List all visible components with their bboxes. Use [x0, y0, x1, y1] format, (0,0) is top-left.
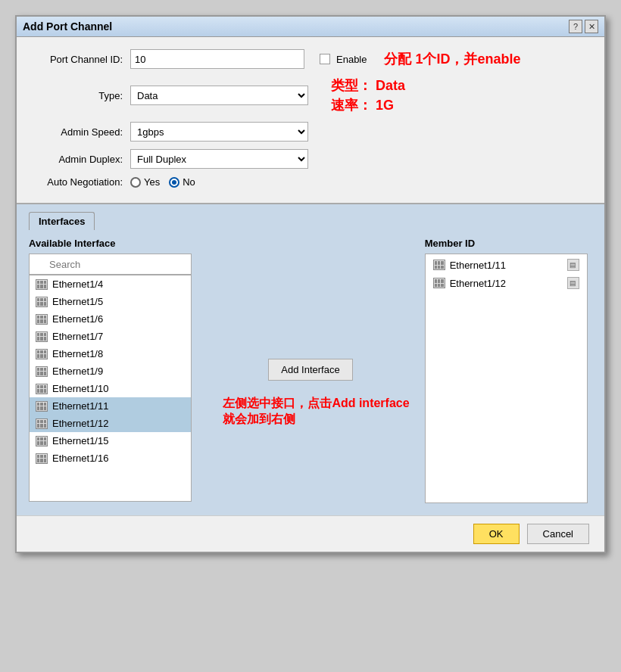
search-wrapper: 🔍	[29, 254, 192, 275]
ok-button[interactable]: OK	[473, 524, 520, 544]
delete-member-icon[interactable]: ▤	[567, 259, 579, 271]
interface-icon	[433, 278, 445, 288]
list-item[interactable]: Ethernet1/6	[30, 310, 191, 328]
list-item[interactable]: Ethernet1/8	[30, 345, 191, 362]
list-item[interactable]: Ethernet1/16	[30, 450, 191, 467]
dialog-titlebar: Add Port Channel ? ✕	[17, 17, 604, 37]
interface-icon	[36, 401, 48, 412]
list-item[interactable]: Ethernet1/12	[30, 415, 191, 432]
auto-negotiation-row: Auto Negotiation: Yes No	[32, 176, 589, 188]
interface-icon	[36, 314, 48, 325]
add-port-channel-dialog: Add Port Channel ? ✕ Port Channel ID: En…	[15, 15, 606, 553]
interface-icon	[433, 260, 445, 270]
annotation-type: 类型： Data	[331, 76, 405, 95]
list-item[interactable]: Ethernet1/4	[30, 275, 191, 293]
member-id-section: Member ID Ethernet1/11 ▤	[425, 238, 592, 503]
member-item: Ethernet1/12 ▤	[427, 274, 585, 292]
interface-icon	[36, 349, 48, 359]
middle-section: Add Interface 左侧选中接口，点击Add interface 就会加…	[211, 238, 409, 428]
dialog-title: Add Port Channel	[23, 20, 112, 33]
auto-negotiation-radios: Yes No	[130, 176, 195, 188]
type-label: Type:	[32, 90, 130, 101]
cancel-button[interactable]: Cancel	[527, 524, 589, 544]
enable-row: Enable 分配 1个ID，并enable	[320, 50, 521, 68]
dialog-form-area: Port Channel ID: Enable 分配 1个ID，并enable …	[17, 37, 604, 203]
admin-duplex-select[interactable]: Full Duplex Half Duplex Auto	[130, 149, 308, 169]
help-button[interactable]: ?	[569, 20, 582, 33]
interface-icon	[36, 418, 48, 429]
list-item[interactable]: Ethernet1/7	[30, 328, 191, 345]
auto-neg-yes-label: Yes	[144, 176, 160, 188]
interface-icon	[36, 366, 48, 377]
auto-neg-yes-radio[interactable]	[130, 177, 141, 188]
interface-icon	[36, 279, 48, 290]
admin-speed-select[interactable]: 1gbps 10gbps Auto	[130, 122, 308, 142]
available-interface-list[interactable]: Ethernet1/4 Ethernet1/5	[29, 275, 192, 502]
add-interface-button[interactable]: Add Interface	[268, 359, 352, 381]
enable-checkbox[interactable]	[320, 54, 330, 64]
dialog-footer: OK Cancel	[17, 515, 604, 552]
dialog-controls: ? ✕	[569, 20, 598, 33]
port-channel-id-row: Port Channel ID: Enable 分配 1个ID，并enable	[32, 49, 589, 69]
interface-icon	[36, 297, 48, 307]
annotation-speed: 速率： 1G	[331, 96, 405, 114]
close-button[interactable]: ✕	[585, 20, 598, 33]
interfaces-body: Available Interface 🔍 Ethernet1/4	[29, 238, 592, 503]
interface-icon	[36, 453, 48, 464]
interfaces-tab[interactable]: Interfaces	[29, 212, 95, 230]
delete-member-icon[interactable]: ▤	[567, 277, 579, 289]
list-item[interactable]: Ethernet1/5	[30, 293, 191, 310]
member-id-title: Member ID	[425, 238, 592, 249]
auto-neg-no-option[interactable]: No	[169, 176, 195, 188]
list-item[interactable]: Ethernet1/9	[30, 362, 191, 380]
interface-icon	[36, 436, 48, 446]
member-id-list: Ethernet1/11 ▤ Ethernet1/12 ▤	[425, 254, 588, 503]
annotation-add-line1: 左侧选中接口，点击Add interface	[223, 396, 409, 412]
auto-neg-yes-option[interactable]: Yes	[130, 176, 160, 188]
annotation-add-line2: 就会加到右侧	[223, 412, 409, 428]
admin-speed-row: Admin Speed: 1gbps 10gbps Auto	[32, 122, 589, 142]
available-interface-title: Available Interface	[29, 238, 196, 249]
admin-duplex-row: Admin Duplex: Full Duplex Half Duplex Au…	[32, 149, 589, 169]
annotation-enable: 分配 1个ID，并enable	[384, 50, 520, 68]
auto-neg-no-radio[interactable]	[169, 177, 179, 188]
admin-duplex-label: Admin Duplex:	[32, 154, 130, 165]
list-item[interactable]: Ethernet1/11	[30, 397, 191, 415]
port-channel-id-label: Port Channel ID:	[32, 54, 130, 65]
interface-icon	[36, 331, 48, 342]
member-item: Ethernet1/11 ▤	[427, 256, 585, 274]
type-row: Type: Data Management Firepower Eventing…	[32, 76, 589, 114]
search-input[interactable]	[29, 254, 192, 275]
list-item[interactable]: Ethernet1/10	[30, 380, 191, 397]
available-interface-section: Available Interface 🔍 Ethernet1/4	[29, 238, 196, 502]
interface-icon	[36, 384, 48, 394]
list-item[interactable]: Ethernet1/15	[30, 432, 191, 450]
port-channel-id-input[interactable]	[130, 49, 304, 69]
enable-label: Enable	[336, 54, 367, 65]
auto-neg-no-label: No	[183, 176, 195, 188]
auto-negotiation-label: Auto Negotiation:	[32, 176, 130, 188]
admin-speed-label: Admin Speed:	[32, 126, 130, 138]
type-select[interactable]: Data Management Firepower Eventing Clust…	[130, 86, 308, 105]
interfaces-section: Interfaces Available Interface 🔍 Etherne…	[17, 203, 604, 515]
